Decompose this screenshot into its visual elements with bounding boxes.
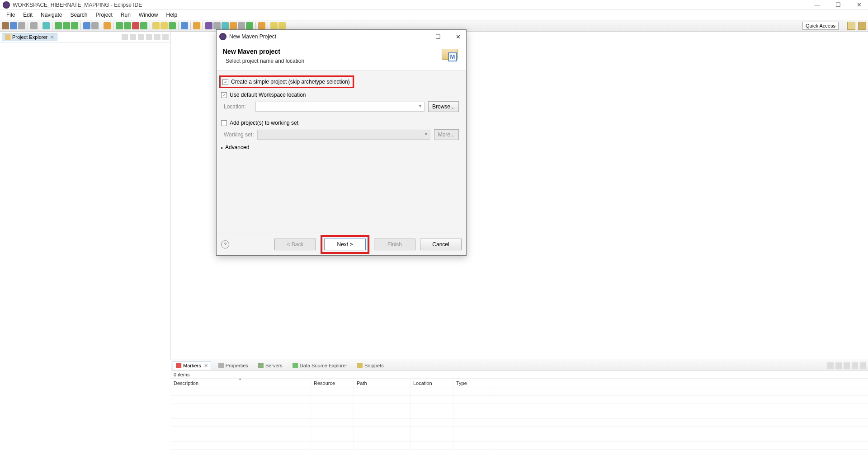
maximize-view2-icon[interactable] — [860, 362, 866, 369]
quick-access-area: Quick Access — [802, 22, 866, 30]
globe2-icon[interactable] — [222, 22, 229, 29]
col-type[interactable]: Type — [453, 379, 494, 388]
forward-icon[interactable] — [278, 22, 286, 29]
dialog-close-button[interactable]: ✕ — [453, 33, 463, 40]
run-icon[interactable] — [124, 22, 131, 29]
menu-help[interactable]: Help — [163, 11, 181, 19]
close-button[interactable]: ✕ — [853, 1, 865, 8]
tab-markers[interactable]: Markers ✕ — [173, 361, 211, 370]
table-row — [171, 388, 868, 396]
working-set-checkbox[interactable]: ✓ — [221, 120, 227, 126]
minimize-view2-icon[interactable] — [852, 362, 858, 369]
advanced-toggle[interactable]: Advanced — [219, 141, 463, 153]
new-class-icon[interactable] — [169, 22, 176, 29]
perspective-button-1[interactable] — [847, 22, 855, 30]
open-type-icon[interactable] — [181, 22, 188, 29]
tab-servers[interactable]: Servers — [255, 362, 285, 369]
bookmark-icon[interactable] — [213, 22, 221, 29]
next-button-highlight: Next > — [321, 235, 369, 254]
simple-project-checkbox-row[interactable]: ✓ Create a simple project (skip archetyp… — [219, 75, 354, 88]
col-resource[interactable]: Resource — [311, 379, 354, 388]
help-icon[interactable]: ? — [221, 240, 229, 249]
col-description[interactable]: Description ▴ — [171, 379, 311, 388]
tab-snippets[interactable]: Snippets — [354, 362, 387, 369]
package-icon[interactable] — [152, 22, 160, 29]
search-icon[interactable] — [193, 22, 200, 29]
col-path[interactable]: Path — [354, 379, 410, 388]
link-editor-icon[interactable] — [130, 34, 136, 40]
maximize-button[interactable]: ☐ — [832, 1, 844, 8]
minimize-button[interactable]: — — [811, 1, 824, 8]
quick-access-input[interactable]: Quick Access — [802, 22, 839, 30]
default-workspace-checkbox-row[interactable]: ✓ Use default Workspace location — [219, 90, 463, 100]
separator — [150, 22, 150, 30]
menu-search[interactable]: Search — [66, 11, 91, 19]
view-menu2-icon[interactable] — [844, 362, 850, 369]
separator — [203, 22, 203, 30]
browse-button[interactable]: Browse... — [428, 101, 459, 112]
task-icon[interactable] — [205, 22, 212, 29]
sort-indicator-icon: ▴ — [239, 377, 241, 381]
working-set-checkbox-row[interactable]: ✓ Add project(s) to working set — [219, 118, 463, 128]
minimize-view-icon[interactable] — [154, 34, 160, 40]
table-row — [171, 396, 868, 403]
simple-project-checkbox[interactable]: ✓ — [222, 79, 228, 85]
perspective-button-2[interactable] — [858, 22, 866, 30]
folder-icon[interactable] — [230, 22, 237, 29]
properties-icon — [218, 363, 224, 368]
more-button: More... — [434, 129, 459, 140]
default-workspace-checkbox[interactable]: ✓ — [221, 92, 227, 98]
simple-project-label: Create a simple project (skip archetype … — [231, 79, 350, 85]
next-button[interactable]: Next > — [324, 239, 366, 250]
run-config-icon[interactable] — [140, 22, 147, 29]
tab-properties[interactable]: Properties — [216, 362, 251, 369]
step-into-icon[interactable] — [63, 22, 70, 29]
col-location[interactable]: Location — [410, 379, 453, 388]
debug-icon[interactable] — [116, 22, 123, 29]
project-explorer-tab[interactable]: Project Explorer ✕ — [2, 33, 57, 41]
outline-icon[interactable] — [258, 22, 265, 29]
menu-navigate[interactable]: Navigate — [37, 11, 66, 19]
save-all-icon[interactable] — [18, 22, 25, 29]
menu-window[interactable]: Window — [135, 11, 162, 19]
eclipse-icon — [219, 33, 226, 40]
pin-icon[interactable] — [246, 22, 253, 29]
table-row — [171, 427, 868, 434]
dialog-maximize-button[interactable]: ☐ — [433, 33, 443, 40]
project-explorer-tab-header: Project Explorer ✕ — [0, 32, 170, 42]
collapse-all-icon[interactable] — [122, 34, 128, 40]
maximize-view-icon[interactable] — [162, 34, 169, 40]
class-icon[interactable] — [83, 22, 90, 29]
menu-run[interactable]: Run — [117, 11, 134, 19]
step-out-icon[interactable] — [71, 22, 78, 29]
menubar: File Edit Navigate Search Project Run Wi… — [0, 10, 868, 20]
filter2-icon[interactable] — [835, 362, 842, 369]
class2-icon[interactable] — [91, 22, 99, 29]
filter-icon[interactable] — [138, 34, 144, 40]
working-set-row: Working set: More... — [219, 128, 463, 141]
star-icon[interactable] — [104, 22, 111, 29]
tab-markers-label: Markers — [183, 363, 201, 368]
menu-edit[interactable]: Edit — [19, 11, 36, 19]
tab-datasource[interactable]: Data Source Explorer — [290, 362, 350, 369]
view-menu-icon[interactable] — [146, 34, 152, 40]
cancel-button[interactable]: Cancel — [420, 239, 462, 250]
menu-file[interactable]: File — [3, 11, 19, 19]
table-icon[interactable] — [42, 22, 50, 29]
close-tab-icon[interactable]: ✕ — [50, 34, 54, 40]
close-tab-icon[interactable]: ✕ — [204, 363, 208, 369]
save-icon[interactable] — [10, 22, 17, 29]
separator — [178, 22, 179, 30]
coverage-icon[interactable] — [132, 22, 139, 29]
focus-icon[interactable] — [827, 362, 834, 369]
new-package-icon[interactable] — [160, 22, 168, 29]
location-combo[interactable] — [255, 102, 425, 112]
back-icon[interactable] — [270, 22, 278, 29]
separator — [80, 22, 81, 30]
new-icon[interactable] — [2, 22, 9, 29]
step-over-icon[interactable] — [55, 22, 62, 29]
globe-icon[interactable] — [30, 22, 38, 29]
indent-icon[interactable] — [238, 22, 245, 29]
menu-project[interactable]: Project — [92, 11, 116, 19]
working-set-label: Working set: — [224, 131, 254, 138]
